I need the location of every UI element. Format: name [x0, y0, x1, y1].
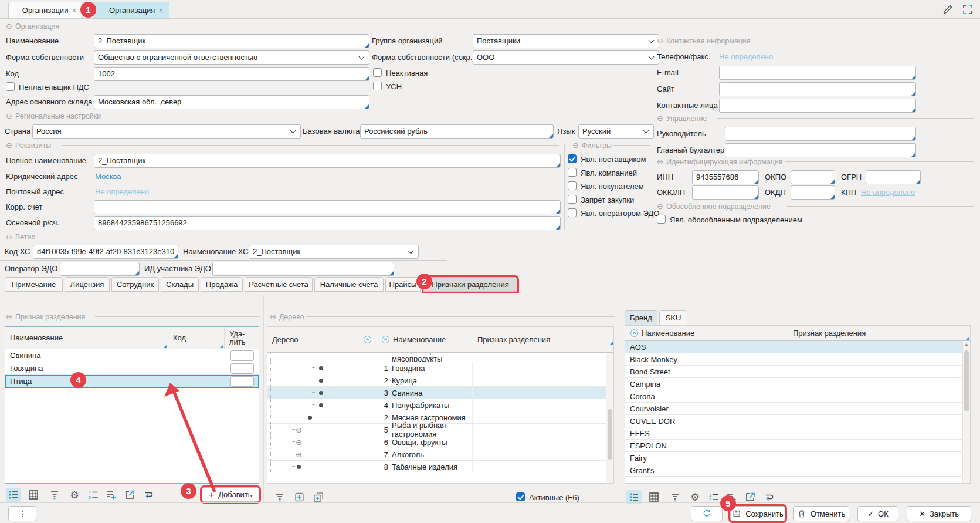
delete-row-button[interactable]: —	[230, 363, 254, 374]
country-select[interactable]: Россия	[32, 124, 301, 139]
main-account-input[interactable]: 896844235986751256692	[94, 216, 561, 230]
more-menu-button[interactable]: ⋮	[8, 506, 36, 521]
save-button[interactable]: Сохранить	[730, 506, 785, 521]
view-grid-button[interactable]	[26, 488, 41, 502]
tree-node-icon[interactable]	[319, 379, 323, 383]
tree-scrollbar[interactable]	[606, 353, 613, 483]
inactive-checkbox[interactable]	[373, 68, 382, 77]
usn-checkbox[interactable]	[373, 82, 382, 90]
tab-employee[interactable]: Сотрудник	[111, 277, 159, 292]
add-button[interactable]: + Добавить	[202, 487, 259, 502]
maximize-button[interactable]	[960, 2, 975, 16]
language-select[interactable]: Русский	[578, 124, 654, 139]
sort-icon[interactable]	[381, 335, 390, 344]
refresh-button[interactable]	[691, 506, 723, 521]
expand-node-icon[interactable]: ⊕	[296, 451, 302, 458]
collapse-icon[interactable]: ⊖	[657, 157, 663, 166]
brand-col-name-header[interactable]: Наименование	[625, 326, 788, 340]
collapse-icon[interactable]: ⊖	[657, 36, 663, 45]
split-row[interactable]: Говядина —	[5, 362, 259, 375]
collapse-icon[interactable]: ⊖	[6, 232, 12, 241]
filter-supplier-checkbox[interactable]	[568, 154, 577, 163]
tree-col-name-header[interactable]: Наименование	[377, 333, 473, 346]
settings-button[interactable]: ⚙	[67, 488, 82, 502]
vat-checkbox[interactable]	[6, 82, 15, 91]
export-button[interactable]	[122, 488, 137, 502]
tree-node-icon[interactable]	[297, 465, 301, 469]
filter-purchase-ban-checkbox[interactable]	[568, 195, 577, 204]
name-input[interactable]: 2_Поставщик	[94, 34, 369, 48]
brand-row[interactable]: Corona	[625, 390, 970, 403]
brand-row[interactable]: CUVEE DOR	[625, 415, 970, 427]
window-tab-organization[interactable]: Организация ×	[93, 2, 169, 18]
collapse-icon[interactable]: ⊖	[6, 141, 12, 150]
brand-row[interactable]: Bond Street	[625, 366, 970, 378]
ok-button[interactable]: ✓ ОК	[857, 506, 898, 521]
close-tab-icon[interactable]: ×	[158, 6, 163, 15]
site-input[interactable]	[719, 82, 916, 96]
tree-row-selected[interactable]: 3 Свинина	[267, 387, 613, 399]
tree-row[interactable]: ⊕ 6 Овощи, фрукты	[267, 436, 613, 448]
separate-division-checkbox[interactable]	[657, 215, 666, 224]
head-input[interactable]	[725, 127, 916, 141]
filter-edo-operator-checkbox[interactable]	[568, 208, 577, 217]
okdp-input[interactable]	[791, 185, 835, 200]
brand-row[interactable]: EFES	[625, 427, 970, 440]
window-tab-organizations[interactable]: Организации ×	[8, 2, 83, 18]
sort-icon[interactable]	[363, 335, 372, 344]
tab-license[interactable]: Лицензия	[65, 277, 110, 292]
cancel-button[interactable]: Отменить	[793, 506, 849, 521]
tree-node-icon[interactable]	[319, 391, 323, 395]
collapse-icon[interactable]: ⊖	[657, 114, 663, 123]
vetis-code-input[interactable]: d4f10035-f99e-49f2-af20-831e3123e310	[33, 245, 178, 259]
edit-button[interactable]	[940, 2, 955, 16]
tree-col-split-header[interactable]: Признак разделения	[473, 333, 613, 346]
close-tab-icon[interactable]: ×	[72, 6, 76, 15]
warehouse-input[interactable]: Московская обл. ,север	[94, 95, 369, 109]
kpp-link[interactable]: Не определено	[861, 188, 915, 197]
tab-split-attributes[interactable]: Признаки разделения	[423, 277, 517, 292]
tab-brand[interactable]: Бренд	[625, 310, 657, 325]
edo-operator-input[interactable]	[60, 262, 140, 276]
brand-row-selected[interactable]: AOS	[625, 341, 970, 353]
brand-scrollbar[interactable]	[962, 341, 970, 483]
brand-row[interactable]: Black Monkey	[625, 353, 970, 366]
collapse-icon[interactable]: ⊖	[657, 202, 663, 211]
accountant-input[interactable]	[725, 143, 916, 157]
tree-row-clipped[interactable]: Мясо, птица и мясопродукты	[267, 353, 613, 362]
tab-prices[interactable]: Прайсы	[385, 277, 421, 292]
code-input[interactable]: 1002	[94, 67, 369, 81]
email-input[interactable]	[719, 66, 916, 80]
split-col-code-header[interactable]: Код	[168, 327, 225, 349]
view-list-button[interactable]	[6, 488, 21, 502]
collapse-icon[interactable]: ⊖	[270, 312, 276, 321]
tree-row[interactable]: ⊕ 7 Алкоголь	[267, 448, 613, 461]
tree-node-icon[interactable]	[319, 366, 323, 370]
sort-icon[interactable]	[630, 329, 639, 338]
okpo-input[interactable]	[791, 170, 835, 184]
tree-node-icon[interactable]	[319, 403, 323, 407]
full-name-input[interactable]: 2_Поставщик	[94, 154, 561, 168]
group-select[interactable]: Поставщики	[473, 34, 659, 48]
brand-row[interactable]: Fairy	[625, 452, 970, 464]
scroll-up-icon[interactable]	[964, 343, 969, 346]
postal-link[interactable]: Не определено	[95, 187, 149, 196]
scrollbar-thumb[interactable]	[608, 409, 612, 460]
scrollbar-thumb[interactable]	[964, 350, 969, 411]
expand-node-icon[interactable]: ⊕	[296, 426, 302, 434]
collapse-icon[interactable]: ⊖	[6, 22, 12, 31]
tab-bank-accounts[interactable]: Расчетные счета	[245, 277, 313, 292]
brand-col-split-header[interactable]: Признак разделения	[788, 326, 970, 340]
tab-sales[interactable]: Продажа	[201, 277, 243, 292]
split-row-selected[interactable]: Птица —	[5, 375, 259, 388]
contact-persons-input[interactable]	[719, 99, 916, 113]
brand-row[interactable]: Campina	[625, 378, 970, 390]
split-row[interactable]: Свинина —	[5, 349, 259, 362]
reload-button[interactable]	[141, 488, 156, 502]
tree-row[interactable]: 8 Табачные изделия	[267, 461, 613, 473]
tree-col-tree-header[interactable]: Дерево	[267, 333, 377, 346]
brand-row[interactable]: ESPOLON	[625, 440, 970, 452]
tab-note[interactable]: Примечание	[5, 277, 63, 292]
tree-row[interactable]: ⊕ 5 Рыба и рыбная гастрономия	[267, 424, 613, 436]
okulp-input[interactable]	[692, 185, 759, 200]
